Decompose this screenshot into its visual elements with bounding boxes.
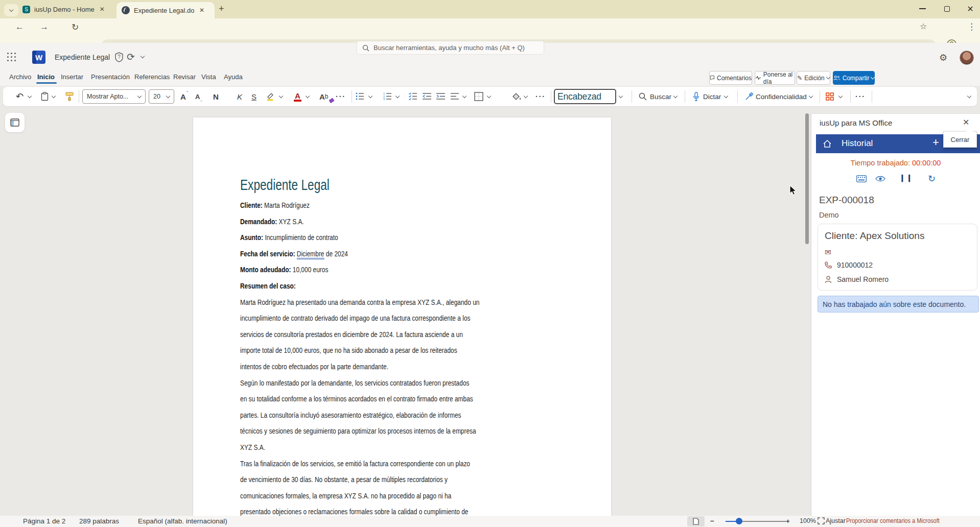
- underline-icon[interactable]: S: [251, 87, 256, 106]
- catch-up-button[interactable]: Ponerse al día: [755, 71, 795, 85]
- sensitivity-label[interactable]: Confidencialidad: [756, 93, 807, 101]
- shading-chevron[interactable]: [524, 87, 527, 106]
- fit-label[interactable]: Ajustar: [826, 517, 846, 524]
- paste-icon[interactable]: [41, 92, 49, 101]
- new-tab-button[interactable]: +: [219, 4, 224, 14]
- back-icon[interactable]: ←: [15, 22, 24, 32]
- window-minimize-button[interactable]: [915, 0, 930, 17]
- comments-button[interactable]: Comentarios: [709, 71, 752, 85]
- menu-insertar[interactable]: Insertar: [61, 73, 83, 81]
- page-view-toggle[interactable]: [687, 516, 705, 526]
- shrink-font-icon[interactable]: Aˆ: [195, 87, 202, 106]
- word-count[interactable]: 289 palabras: [79, 517, 119, 525]
- tab-close-icon[interactable]: ✕: [100, 6, 105, 13]
- search-bar[interactable]: Buscar herramientas, ayuda y mucho más (…: [357, 41, 544, 55]
- clear-formatting-icon[interactable]: Ab: [319, 87, 333, 106]
- align-chevron[interactable]: [463, 87, 466, 106]
- eye-icon[interactable]: [875, 175, 885, 182]
- dictate-label[interactable]: Dictar: [703, 93, 721, 101]
- font-color-menu-chevron[interactable]: [306, 87, 309, 106]
- numbered-list-icon[interactable]: 123: [383, 92, 392, 100]
- italic-icon[interactable]: K: [237, 87, 242, 106]
- style-combo-chevron[interactable]: [619, 87, 622, 106]
- document-page[interactable]: Expediente Legal Cliente: Marta Rodrígue…: [193, 117, 611, 516]
- menu-inicio[interactable]: Inicio: [37, 73, 55, 81]
- grow-font-icon[interactable]: Aˆ: [180, 87, 189, 106]
- bullet-list-chevron[interactable]: [369, 87, 372, 106]
- zoom-slider-thumb[interactable]: [736, 518, 742, 524]
- settings-gear-icon[interactable]: ⚙: [939, 52, 947, 63]
- borders-icon[interactable]: [474, 92, 483, 101]
- document-title[interactable]: Expediente Legal: [55, 53, 110, 61]
- more-ribbon-options-icon[interactable]: ···: [855, 87, 866, 106]
- collapse-ribbon-chevron[interactable]: [968, 87, 971, 106]
- keyboard-icon[interactable]: [856, 175, 867, 182]
- browser-menu-icon[interactable]: ⋮: [967, 21, 976, 32]
- client-email-row[interactable]: ✉: [825, 248, 831, 257]
- paste-menu-chevron[interactable]: [52, 87, 55, 106]
- home-icon[interactable]: [823, 140, 831, 148]
- sync-status-icon[interactable]: ⟳: [127, 51, 135, 63]
- restart-icon[interactable]: ↻: [928, 173, 936, 184]
- more-paragraph-options-icon[interactable]: ···: [535, 87, 546, 106]
- shading-icon[interactable]: [511, 92, 522, 101]
- menu-referencias[interactable]: Referencias: [134, 73, 170, 81]
- protection-status-icon[interactable]: ?: [114, 52, 124, 62]
- client-phone-row[interactable]: 910000012: [825, 261, 873, 269]
- reload-icon[interactable]: ↻: [72, 22, 79, 33]
- find-chevron[interactable]: [674, 87, 677, 106]
- style-combo[interactable]: Encabezad: [554, 89, 616, 104]
- align-icon[interactable]: [451, 92, 459, 100]
- apps-grid-chevron[interactable]: [839, 87, 842, 106]
- highlight-menu-chevron[interactable]: [279, 87, 283, 106]
- more-font-options-icon[interactable]: ···: [336, 87, 346, 106]
- font-name-combo[interactable]: Mostrar Apto...: [82, 89, 146, 104]
- checklist-icon[interactable]: [409, 92, 417, 100]
- numbered-list-chevron[interactable]: [396, 87, 399, 106]
- menu-ayuda[interactable]: Ayuda: [224, 73, 243, 81]
- zoom-out-icon[interactable]: −: [710, 517, 714, 525]
- font-color-icon[interactable]: A: [294, 87, 301, 106]
- add-entry-icon[interactable]: +: [932, 136, 939, 149]
- find-label[interactable]: Buscar: [650, 93, 671, 101]
- pause-icon[interactable]: ❙❙: [899, 174, 913, 182]
- window-close-button[interactable]: ✕: [963, 0, 978, 17]
- undo-menu-chevron[interactable]: [28, 87, 31, 106]
- menu-presentacion[interactable]: Presentación: [91, 73, 130, 81]
- bold-icon[interactable]: N: [213, 87, 219, 106]
- language-status[interactable]: Español (alfab. internacional): [138, 517, 227, 525]
- dictate-chevron[interactable]: [725, 87, 728, 106]
- forward-icon[interactable]: →: [40, 22, 49, 32]
- fit-page-icon[interactable]: [818, 517, 825, 524]
- increase-indent-icon[interactable]: [436, 92, 446, 100]
- decrease-indent-icon[interactable]: [423, 92, 432, 100]
- dictate-mic-icon[interactable]: [693, 92, 699, 101]
- window-restore-button[interactable]: [939, 0, 954, 17]
- sensitivity-chevron[interactable]: [809, 87, 812, 106]
- navigation-pane-button[interactable]: [5, 113, 25, 132]
- find-icon[interactable]: [639, 92, 647, 101]
- client-person-row[interactable]: Samuel Romero: [825, 275, 889, 283]
- menu-vista[interactable]: Vista: [201, 73, 216, 81]
- highlight-icon[interactable]: [266, 92, 275, 101]
- bookmark-star-icon[interactable]: ☆: [920, 21, 927, 31]
- browser-tab-document[interactable]: Expediente Legal.docx ✕: [116, 2, 215, 18]
- page-count[interactable]: Página 1 de 2: [23, 517, 65, 525]
- menu-revisar[interactable]: Revisar: [173, 73, 196, 81]
- tab-search-button[interactable]: [4, 4, 18, 16]
- document-scrollbar[interactable]: [805, 113, 809, 244]
- editing-mode-button[interactable]: ✎ Edición: [797, 71, 830, 85]
- app-launcher-icon[interactable]: [7, 53, 17, 62]
- undo-icon[interactable]: ↶: [16, 87, 24, 106]
- zoom-level[interactable]: 100%: [800, 517, 816, 524]
- feedback-link[interactable]: Proporcionar comentarios a Microsoft: [846, 517, 940, 524]
- bullet-list-icon[interactable]: [356, 92, 364, 100]
- browser-tab-sharepoint[interactable]: S iusUp Demo - Home ✕: [18, 0, 113, 18]
- borders-chevron[interactable]: [487, 87, 491, 106]
- word-app-icon[interactable]: W: [32, 51, 45, 64]
- user-avatar[interactable]: [960, 51, 974, 65]
- menu-archivo[interactable]: Archivo: [9, 73, 31, 81]
- apps-grid-icon[interactable]: [826, 92, 834, 101]
- tab-close-icon[interactable]: ✕: [199, 7, 204, 14]
- font-size-combo[interactable]: 20: [149, 89, 174, 104]
